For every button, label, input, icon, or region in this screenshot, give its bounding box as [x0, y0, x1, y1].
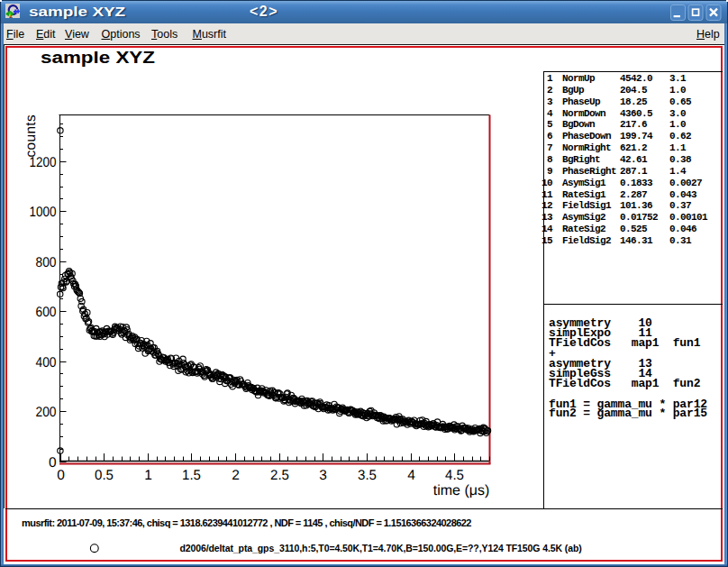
svg-text:counts: counts [23, 114, 39, 157]
svg-text:2: 2 [232, 468, 240, 483]
svg-text:1000: 1000 [30, 205, 57, 220]
svg-text:600: 600 [36, 305, 57, 320]
svg-text:1.5: 1.5 [182, 468, 201, 483]
svg-text:400: 400 [36, 355, 57, 370]
svg-text:0: 0 [49, 455, 57, 471]
svg-text:3: 3 [319, 468, 327, 483]
svg-text:0: 0 [57, 468, 65, 483]
svg-text:3.5: 3.5 [358, 468, 377, 483]
svg-text:800: 800 [36, 255, 57, 270]
svg-text:4.5: 4.5 [445, 468, 464, 483]
svg-text:2.5: 2.5 [270, 468, 289, 483]
svg-text:time (μs): time (μs) [433, 483, 490, 498]
svg-text:0.5: 0.5 [95, 468, 114, 483]
svg-text:4: 4 [407, 468, 415, 483]
svg-text:1: 1 [144, 468, 152, 483]
svg-text:200: 200 [36, 405, 57, 420]
